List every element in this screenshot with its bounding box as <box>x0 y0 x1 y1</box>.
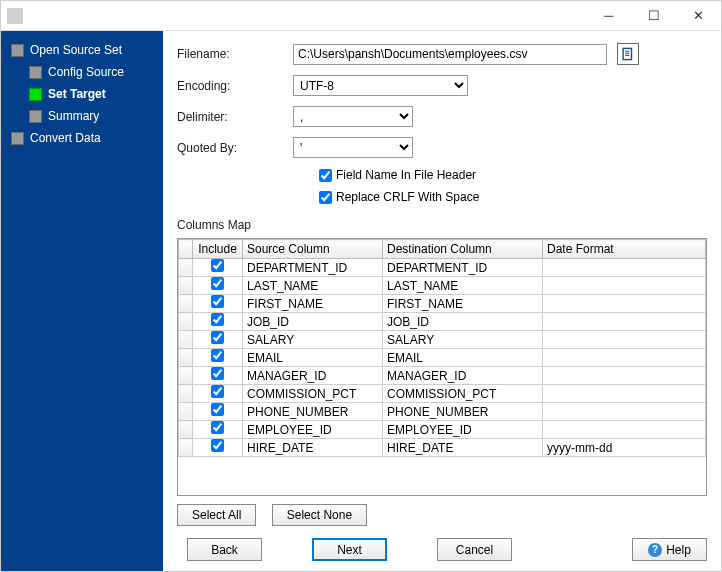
browse-button[interactable] <box>617 43 639 65</box>
date-format-cell[interactable]: yyyy-mm-dd <box>543 439 706 457</box>
include-cell <box>193 349 243 367</box>
filename-label: Filename: <box>177 47 287 61</box>
maximize-button[interactable]: ☐ <box>631 1 676 30</box>
date-format-cell[interactable] <box>543 277 706 295</box>
table-row[interactable]: SALARYSALARY <box>179 331 706 349</box>
encoding-select[interactable]: UTF-8 <box>293 75 468 96</box>
cancel-button[interactable]: Cancel <box>437 538 512 561</box>
source-cell[interactable]: EMPLOYEE_ID <box>243 421 383 439</box>
destination-cell[interactable]: EMAIL <box>383 349 543 367</box>
replace-crlf-checkbox[interactable] <box>319 191 332 204</box>
back-button[interactable]: Back <box>187 538 262 561</box>
destination-cell[interactable]: SALARY <box>383 331 543 349</box>
destination-cell[interactable]: EMPLOYEE_ID <box>383 421 543 439</box>
wizard-step[interactable]: Convert Data <box>1 127 163 149</box>
include-header[interactable]: Include <box>193 240 243 259</box>
table-row[interactable]: MANAGER_IDMANAGER_ID <box>179 367 706 385</box>
destination-cell[interactable]: COMMISSION_PCT <box>383 385 543 403</box>
source-cell[interactable]: EMAIL <box>243 349 383 367</box>
step-label: Convert Data <box>30 131 101 145</box>
wizard-step[interactable]: Open Source Set <box>1 39 163 61</box>
next-button[interactable]: Next <box>312 538 387 561</box>
columns-map-label: Columns Map <box>177 218 707 232</box>
include-checkbox[interactable] <box>211 421 224 434</box>
source-cell[interactable]: COMMISSION_PCT <box>243 385 383 403</box>
destination-cell[interactable]: LAST_NAME <box>383 277 543 295</box>
date-format-cell[interactable] <box>543 421 706 439</box>
step-label: Open Source Set <box>30 43 122 57</box>
include-cell <box>193 439 243 457</box>
table-row[interactable]: PHONE_NUMBERPHONE_NUMBER <box>179 403 706 421</box>
destination-column-header[interactable]: Destination Column <box>383 240 543 259</box>
step-bullet-icon <box>11 132 24 145</box>
include-checkbox[interactable] <box>211 259 224 272</box>
date-format-cell[interactable] <box>543 349 706 367</box>
date-format-cell[interactable] <box>543 367 706 385</box>
table-row[interactable]: EMPLOYEE_IDEMPLOYEE_ID <box>179 421 706 439</box>
include-checkbox[interactable] <box>211 403 224 416</box>
date-format-header[interactable]: Date Format <box>543 240 706 259</box>
date-format-cell[interactable] <box>543 331 706 349</box>
table-row[interactable]: JOB_IDJOB_ID <box>179 313 706 331</box>
close-button[interactable]: ✕ <box>676 1 721 30</box>
table-row[interactable]: HIRE_DATEHIRE_DATEyyyy-mm-dd <box>179 439 706 457</box>
destination-cell[interactable]: HIRE_DATE <box>383 439 543 457</box>
date-format-cell[interactable] <box>543 259 706 277</box>
delimiter-label: Delimiter: <box>177 110 287 124</box>
source-column-header[interactable]: Source Column <box>243 240 383 259</box>
destination-cell[interactable]: PHONE_NUMBER <box>383 403 543 421</box>
source-cell[interactable]: DEPARTMENT_ID <box>243 259 383 277</box>
table-row[interactable]: DEPARTMENT_IDDEPARTMENT_ID <box>179 259 706 277</box>
date-format-cell[interactable] <box>543 295 706 313</box>
include-checkbox[interactable] <box>211 313 224 326</box>
destination-cell[interactable]: DEPARTMENT_ID <box>383 259 543 277</box>
wizard-step[interactable]: Config Source <box>1 61 163 83</box>
source-cell[interactable]: HIRE_DATE <box>243 439 383 457</box>
step-bullet-icon <box>11 44 24 57</box>
step-bullet-icon <box>29 88 42 101</box>
source-cell[interactable]: PHONE_NUMBER <box>243 403 383 421</box>
include-cell <box>193 313 243 331</box>
select-all-button[interactable]: Select All <box>177 504 256 526</box>
wizard-step[interactable]: Set Target <box>1 83 163 105</box>
wizard-step[interactable]: Summary <box>1 105 163 127</box>
include-checkbox[interactable] <box>211 277 224 290</box>
include-cell <box>193 277 243 295</box>
source-cell[interactable]: JOB_ID <box>243 313 383 331</box>
table-row[interactable]: COMMISSION_PCTCOMMISSION_PCT <box>179 385 706 403</box>
date-format-cell[interactable] <box>543 403 706 421</box>
delimiter-select[interactable]: , <box>293 106 413 127</box>
filename-input[interactable] <box>293 44 607 65</box>
source-cell[interactable]: FIRST_NAME <box>243 295 383 313</box>
minimize-button[interactable]: ─ <box>586 1 631 30</box>
include-checkbox[interactable] <box>211 331 224 344</box>
source-cell[interactable]: MANAGER_ID <box>243 367 383 385</box>
table-row[interactable]: LAST_NAMELAST_NAME <box>179 277 706 295</box>
titlebar: ─ ☐ ✕ <box>1 1 721 31</box>
field-name-header-label: Field Name In File Header <box>336 168 476 182</box>
include-checkbox[interactable] <box>211 385 224 398</box>
source-cell[interactable]: LAST_NAME <box>243 277 383 295</box>
file-icon <box>621 47 635 61</box>
step-label: Summary <box>48 109 99 123</box>
help-button[interactable]: ? Help <box>632 538 707 561</box>
field-name-header-checkbox[interactable] <box>319 169 332 182</box>
destination-cell[interactable]: JOB_ID <box>383 313 543 331</box>
destination-cell[interactable]: MANAGER_ID <box>383 367 543 385</box>
source-cell[interactable]: SALARY <box>243 331 383 349</box>
row-gutter <box>179 313 193 331</box>
include-cell <box>193 421 243 439</box>
quoted-by-select[interactable]: ' <box>293 137 413 158</box>
select-none-button[interactable]: Select None <box>272 504 367 526</box>
include-checkbox[interactable] <box>211 349 224 362</box>
row-gutter <box>179 439 193 457</box>
include-checkbox[interactable] <box>211 295 224 308</box>
date-format-cell[interactable] <box>543 385 706 403</box>
table-row[interactable]: EMAILEMAIL <box>179 349 706 367</box>
include-checkbox[interactable] <box>211 439 224 452</box>
table-row[interactable]: FIRST_NAMEFIRST_NAME <box>179 295 706 313</box>
include-checkbox[interactable] <box>211 367 224 380</box>
row-gutter <box>179 385 193 403</box>
destination-cell[interactable]: FIRST_NAME <box>383 295 543 313</box>
date-format-cell[interactable] <box>543 313 706 331</box>
